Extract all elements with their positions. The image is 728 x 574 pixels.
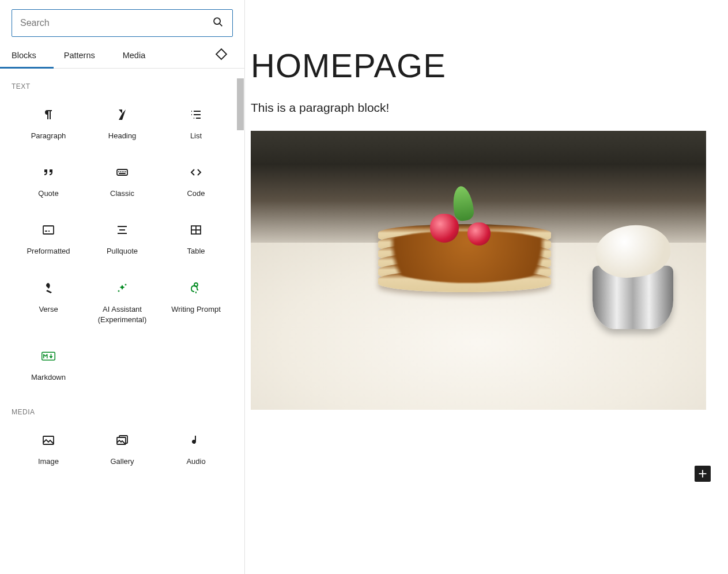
classic-icon	[115, 164, 129, 180]
tab-label: Patterns	[64, 51, 95, 60]
svg-rect-28	[43, 436, 54, 444]
block-preformatted[interactable]: Preformatted	[12, 210, 85, 268]
code-icon	[189, 164, 203, 180]
audio-icon	[189, 432, 203, 448]
block-markdown[interactable]: Markdown	[12, 337, 85, 394]
block-label: Quote	[38, 188, 58, 199]
quote-icon	[42, 164, 55, 180]
editor-canvas[interactable]: HOMEPAGE This is a paragraph block!	[245, 0, 728, 574]
svg-rect-16	[43, 226, 54, 234]
block-table[interactable]: Table	[159, 210, 233, 268]
block-label: Gallery	[110, 456, 134, 467]
block-label: List	[190, 131, 202, 141]
block-grid-text: Paragraph Heading List Quote Classic Cod	[12, 95, 233, 394]
search-icon	[212, 16, 224, 31]
block-list[interactable]: List	[159, 95, 233, 153]
image-icon	[42, 432, 55, 448]
svg-point-0	[214, 18, 220, 24]
heading-icon	[115, 107, 129, 123]
paragraph-icon	[42, 107, 55, 123]
tab-label: Blocks	[12, 51, 36, 60]
block-heading[interactable]: Heading	[85, 95, 159, 153]
block-label: Preformatted	[27, 246, 70, 256]
preformatted-icon	[42, 222, 55, 238]
page-title[interactable]: HOMEPAGE	[251, 46, 728, 85]
gallery-icon	[115, 432, 129, 448]
block-quote[interactable]: Quote	[12, 153, 85, 210]
tab-blocks[interactable]: Blocks	[12, 43, 36, 68]
block-verse[interactable]: Verse	[12, 269, 85, 337]
ai-assistant-icon	[115, 280, 129, 296]
section-title-text: TEXT	[12, 82, 233, 90]
block-classic[interactable]: Classic	[85, 153, 159, 210]
block-label: AI Assistant (Experimental)	[88, 304, 157, 325]
block-paragraph[interactable]: Paragraph	[12, 95, 85, 153]
blocks-scroll-area[interactable]: TEXT Paragraph Heading List Quote Classi…	[0, 69, 244, 574]
pullquote-icon	[115, 222, 129, 238]
verse-icon	[42, 280, 55, 296]
search-box[interactable]	[12, 9, 233, 37]
block-label: Heading	[108, 131, 136, 141]
section-title-media: MEDIA	[12, 408, 233, 416]
block-gallery[interactable]: Gallery	[85, 421, 159, 478]
block-label: Writing Prompt	[171, 304, 221, 315]
block-label: Markdown	[31, 372, 66, 383]
block-grid-media: Image Gallery Audio	[12, 421, 233, 478]
search-container	[0, 0, 244, 43]
block-ai-assistant[interactable]: AI Assistant (Experimental)	[85, 269, 159, 337]
block-label: Verse	[39, 304, 58, 315]
block-label: Paragraph	[31, 131, 66, 141]
list-icon	[189, 107, 203, 123]
search-input[interactable]	[20, 18, 212, 28]
block-label: Pullquote	[107, 246, 138, 256]
markdown-icon	[42, 348, 55, 364]
image-block[interactable]	[251, 131, 706, 410]
block-label: Classic	[110, 188, 134, 199]
tab-patterns[interactable]: Patterns	[64, 43, 95, 68]
block-writing-prompt[interactable]: Writing Prompt	[159, 269, 233, 337]
block-label: Code	[187, 188, 205, 199]
block-image[interactable]: Image	[12, 421, 85, 478]
block-code[interactable]: Code	[159, 153, 233, 210]
paragraph-block[interactable]: This is a paragraph block!	[251, 101, 728, 115]
tab-media[interactable]: Media	[123, 43, 146, 68]
svg-line-1	[220, 24, 222, 26]
add-block-button[interactable]	[695, 466, 711, 482]
block-label: Image	[38, 456, 59, 467]
block-pullquote[interactable]: Pullquote	[85, 210, 159, 268]
tab-label: Media	[123, 51, 146, 60]
explore-patterns-icon[interactable]	[210, 43, 233, 68]
writing-prompt-icon	[189, 280, 203, 296]
block-audio[interactable]: Audio	[159, 421, 233, 478]
svg-point-25	[194, 283, 198, 286]
block-inserter-panel: Blocks Patterns Media TEXT Paragraph Hea…	[0, 0, 245, 574]
scrollbar-thumb[interactable]	[237, 78, 244, 130]
inserter-tabs: Blocks Patterns Media	[0, 43, 244, 69]
block-label: Table	[187, 246, 205, 256]
table-icon	[189, 222, 203, 238]
block-label: Audio	[186, 456, 205, 467]
